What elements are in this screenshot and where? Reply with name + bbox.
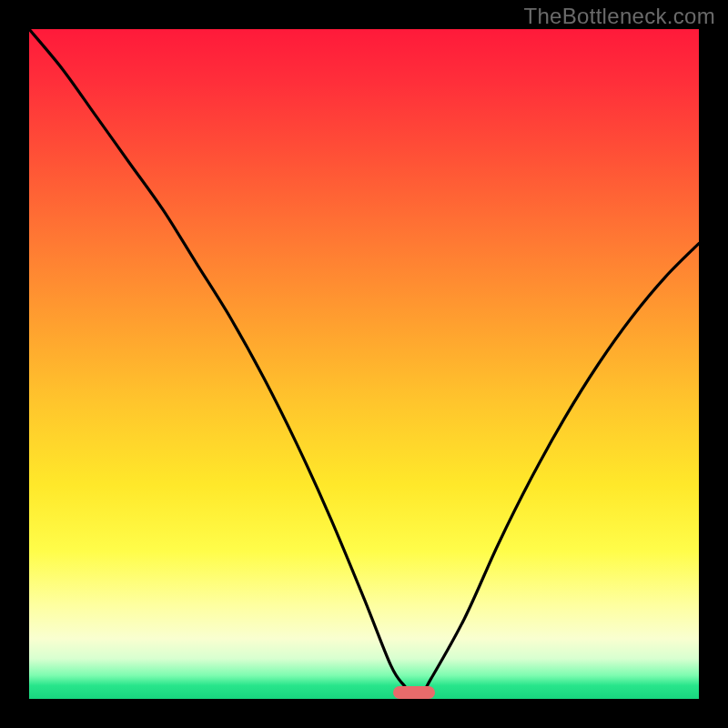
watermark-text: TheBottleneck.com xyxy=(523,4,715,29)
plot-area xyxy=(29,29,699,699)
chart-frame: TheBottleneck.com xyxy=(0,0,728,728)
optimal-marker xyxy=(393,686,435,699)
curve-path xyxy=(29,29,699,699)
bottleneck-curve xyxy=(29,29,699,699)
